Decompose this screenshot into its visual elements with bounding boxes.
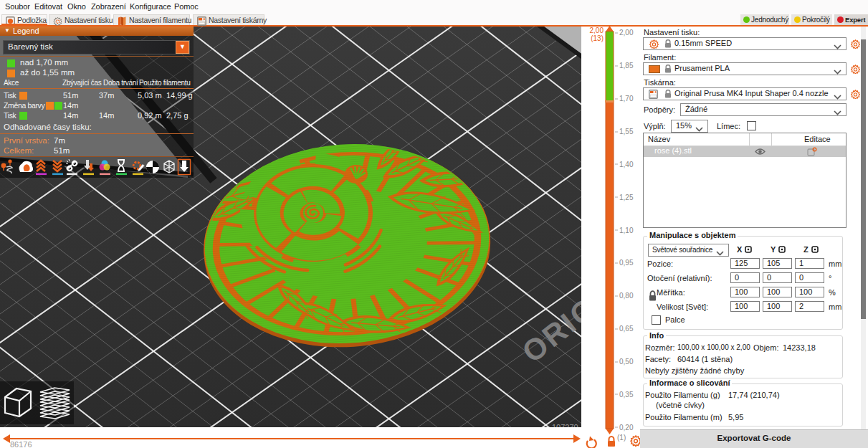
svg-text:1,10: 1,10: [619, 227, 634, 234]
svg-text:0,95: 0,95: [619, 259, 634, 267]
svg-text:1,40: 1,40: [619, 161, 634, 168]
svg-text:86176: 86176: [10, 440, 32, 448]
svg-text:0,80: 0,80: [619, 292, 634, 300]
svg-text:0,35: 0,35: [619, 391, 634, 399]
svg-text:1,55: 1,55: [619, 128, 634, 135]
svg-text:1,85: 1,85: [619, 62, 634, 70]
svg-text:2,00: 2,00: [619, 29, 634, 37]
svg-text:1,25: 1,25: [619, 194, 634, 201]
svg-text:0,65: 0,65: [619, 325, 634, 333]
svg-text:ORIGINAL: ORIGINAL: [516, 242, 581, 369]
svg-text:0,50: 0,50: [619, 358, 634, 366]
svg-text:0,20: 0,20: [619, 424, 634, 432]
svg-text:1,70: 1,70: [619, 95, 634, 103]
svg-text:(1): (1): [617, 434, 626, 442]
